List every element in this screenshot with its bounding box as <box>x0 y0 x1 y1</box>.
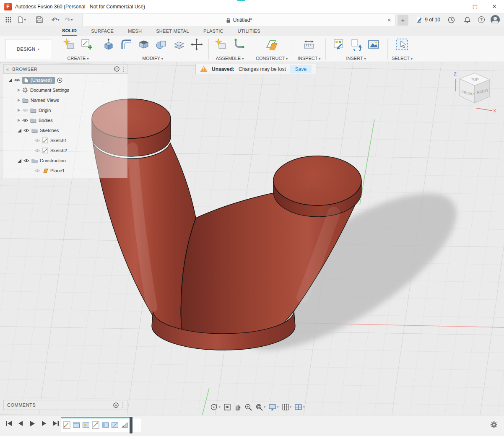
collapse-browser-icon[interactable]: « <box>6 67 9 72</box>
panel-drag-handle[interactable] <box>122 402 124 408</box>
group-assemble-label[interactable]: ASSEMBLE ▾ <box>210 56 249 61</box>
group-select-label[interactable]: SELECT ▾ <box>389 56 415 61</box>
tree-item-origin[interactable]: Origin <box>3 105 127 115</box>
minimize-browser-icon[interactable] <box>114 66 120 72</box>
tab-plastic[interactable]: PLASTIC <box>203 26 223 36</box>
tree-item-sketch2[interactable]: Sketch2 <box>3 145 127 156</box>
tree-item-document-settings[interactable]: Document Settings <box>3 85 127 95</box>
timeline-feature-extrude4[interactable] <box>111 421 119 429</box>
tree-item-plane1[interactable]: Plane1 <box>3 166 127 176</box>
zoom-icon[interactable] <box>244 403 252 411</box>
view-cube[interactable]: Z X TOP FRONT RIGHT <box>449 70 497 113</box>
maximize-button[interactable]: ▢ <box>465 0 485 13</box>
create-sketch-icon[interactable] <box>80 37 94 52</box>
app-grid-menu-icon[interactable] <box>3 14 13 25</box>
help-icon[interactable]: ? <box>478 16 485 23</box>
tree-item-sketches[interactable]: Sketches <box>3 125 127 135</box>
tree-item-bodies[interactable]: Bodies <box>3 115 127 125</box>
timeline-track[interactable] <box>61 418 141 432</box>
fillet-icon[interactable] <box>119 37 133 52</box>
notifications-bell-icon[interactable] <box>462 14 472 25</box>
display-settings-icon[interactable]: ▾ <box>268 404 279 411</box>
visibility-eye-icon[interactable] <box>14 78 20 82</box>
user-avatar[interactable] <box>491 15 500 24</box>
new-document-tab-button[interactable]: + <box>397 15 408 26</box>
design-workspace-selector[interactable]: DESIGN ▾ <box>5 39 51 59</box>
visibility-eye-icon[interactable] <box>23 158 29 163</box>
visibility-eye-off-icon[interactable] <box>34 169 40 173</box>
minimize-button[interactable]: – <box>446 0 465 13</box>
model-right-cap[interactable] <box>273 156 361 205</box>
expander-collapsed-icon[interactable] <box>18 119 20 122</box>
timeline-feature-extrude2[interactable] <box>82 421 90 429</box>
selected-item-pill[interactable]: (Unsaved) <box>22 77 55 84</box>
group-modify-label[interactable]: MODIFY ▾ <box>99 56 206 61</box>
expander-expanded-icon[interactable] <box>8 78 12 82</box>
visibility-eye-icon[interactable] <box>22 118 28 122</box>
tab-surface[interactable]: SURFACE <box>91 26 114 36</box>
comments-panel[interactable]: COMMENTS <box>3 400 127 410</box>
activate-radio-icon[interactable] <box>57 78 62 83</box>
timeline-position-marker[interactable] <box>130 417 132 433</box>
look-at-icon[interactable] <box>223 403 231 411</box>
tree-item-named-views[interactable]: Named Views <box>3 95 127 105</box>
tree-item-sketch1[interactable]: Sketch1 <box>3 135 127 145</box>
visibility-eye-off-icon[interactable] <box>34 138 40 143</box>
pan-hand-icon[interactable] <box>234 403 242 411</box>
tab-sheet-metal[interactable]: SHEET METAL <box>156 26 189 36</box>
timeline-feature-extrude1[interactable] <box>73 421 80 429</box>
tab-utilities[interactable]: UTILITIES <box>238 26 260 36</box>
job-status-clock-icon[interactable] <box>446 14 456 25</box>
visibility-eye-off-icon[interactable] <box>34 148 40 153</box>
grid-snap-icon[interactable]: ▾ <box>282 403 292 411</box>
expander-collapsed-icon[interactable] <box>18 88 20 92</box>
new-component-icon[interactable] <box>214 37 228 52</box>
press-pull-icon[interactable] <box>101 37 116 52</box>
tab-solid[interactable]: SOLID <box>62 26 77 36</box>
close-button[interactable]: ✕ <box>485 0 504 13</box>
timeline-feature-sketch2[interactable] <box>92 421 99 429</box>
close-tab-icon[interactable]: ✕ <box>387 18 391 23</box>
tree-item-root[interactable]: (Unsaved) <box>3 75 127 85</box>
document-tab[interactable]: Untitled* ✕ <box>82 14 396 26</box>
orbit-icon[interactable]: ▾ <box>210 403 221 411</box>
expander-collapsed-icon[interactable] <box>18 99 20 102</box>
expander-expanded-icon[interactable] <box>18 159 21 163</box>
file-menu-icon[interactable]: ▾ <box>17 14 27 25</box>
group-insert-label[interactable]: INSERT ▾ <box>327 56 385 61</box>
tab-mesh[interactable]: MESH <box>128 26 142 36</box>
panel-drag-handle[interactable] <box>123 66 125 72</box>
construction-plane-icon[interactable] <box>265 37 279 52</box>
derive-icon[interactable] <box>349 37 363 52</box>
zoom-window-icon[interactable]: ▾ <box>255 403 266 411</box>
combine-icon[interactable] <box>154 37 169 52</box>
timeline-feature-extrude3[interactable] <box>101 421 109 429</box>
timeline-play-button[interactable] <box>29 420 36 427</box>
shell-icon[interactable] <box>137 37 151 52</box>
timeline-step-forward-button[interactable] <box>40 420 48 427</box>
viewports-icon[interactable]: ▾ <box>294 404 305 411</box>
group-inspect-label[interactable]: INSPECT ▾ <box>294 56 324 61</box>
tree-item-construction[interactable]: Construction <box>3 156 127 166</box>
timeline-feature-fillet1[interactable] <box>121 421 128 429</box>
extensions-icon[interactable]: 9 of 10 <box>416 14 440 25</box>
visibility-eye-icon[interactable] <box>23 128 29 132</box>
browser-header[interactable]: « BROWSER <box>3 64 127 74</box>
timeline-go-to-end-button[interactable] <box>52 420 60 427</box>
add-comment-icon[interactable] <box>113 402 119 408</box>
insert-svg-icon[interactable] <box>331 37 346 52</box>
timeline-feature-sketch1[interactable] <box>63 421 70 429</box>
group-construct-label[interactable]: CONSTRUCT ▾ <box>252 56 291 61</box>
group-create-label[interactable]: CREATE ▾ <box>59 56 97 61</box>
timeline-settings-gear-icon[interactable] <box>490 420 498 430</box>
save-button[interactable]: Save <box>290 65 312 73</box>
offset-face-icon[interactable] <box>172 37 186 52</box>
measure-icon[interactable] <box>302 37 316 52</box>
canvas-image-icon[interactable] <box>366 37 381 52</box>
timeline-step-back-button[interactable] <box>17 420 24 427</box>
joint-icon[interactable] <box>231 37 246 52</box>
redo-icon[interactable]: ↷ ▾ <box>64 14 74 25</box>
expander-collapsed-icon[interactable] <box>18 109 20 112</box>
expander-expanded-icon[interactable] <box>18 129 21 132</box>
save-icon[interactable] <box>34 14 44 25</box>
